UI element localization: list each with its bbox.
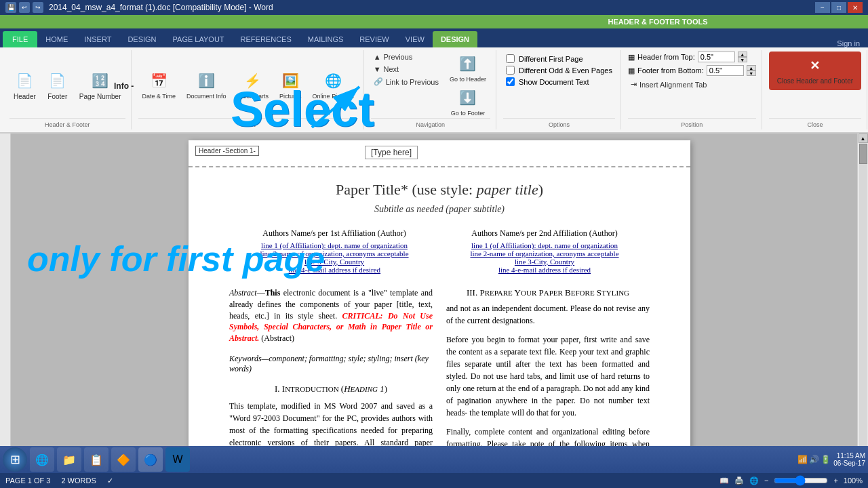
- close-label: Close: [769, 118, 861, 128]
- tab-mailings[interactable]: MAILINGS: [300, 31, 352, 47]
- taskbar: ⊞ 🌐 📁 📋 🔶 🔵 W 📶 🔊 🔋 11:15 AM 06-Sep-17: [0, 446, 868, 473]
- previous-button[interactable]: ▲ Previous: [371, 52, 441, 62]
- pictures-button[interactable]: 🖼️ Pictures: [275, 68, 306, 101]
- date-time-button[interactable]: 📅 Date & Time: [138, 68, 180, 101]
- undo-icon[interactable]: ↩: [19, 2, 30, 13]
- goto-header-button[interactable]: ⬆️ Go to Header: [446, 52, 490, 84]
- header-top-spinner[interactable]: ▲ ▼: [738, 52, 747, 62]
- tab-page-layout[interactable]: PAGE LAYOUT: [165, 31, 233, 47]
- author2-line2: line 2-name of organization, acronyms ac…: [439, 249, 650, 258]
- abstract-section: Abstract—This electronic document is a "…: [229, 287, 433, 344]
- window-title: 2014_04_msw_a4_format (1).doc [Compatibi…: [49, 3, 273, 12]
- doc-page-area: Header -Section 1- [Type here] Paper Tit…: [11, 134, 868, 459]
- scroll-thumb[interactable]: [859, 144, 867, 164]
- zoom-slider[interactable]: [774, 475, 828, 486]
- different-odd-even-option[interactable]: Different Odd & Even Pages: [506, 66, 612, 75]
- taskbar-app2[interactable]: 🔶: [111, 447, 136, 472]
- next-button[interactable]: ▼ Next: [371, 64, 441, 75]
- window-icons: 💾 ↩ ↪: [5, 2, 43, 13]
- link-to-previous-button[interactable]: 🔗 Link to Previous: [371, 76, 441, 87]
- header-footer-buttons: 📄 Header 📄 Footer 🔢 Page Number: [9, 52, 125, 118]
- save-icon[interactable]: 💾: [5, 2, 16, 13]
- position-group: ▦ Header from Top: ▲ ▼ ▦ Footer from Bot…: [623, 50, 762, 129]
- author1-name: Authors Name/s per 1st Affiliation (Auth…: [229, 228, 439, 239]
- footer-bottom-spinner[interactable]: ▲ ▼: [747, 65, 756, 76]
- restore-btn[interactable]: □: [831, 2, 846, 13]
- author1-line1: line 1 (of Affiliation): dept. name of o…: [229, 241, 439, 249]
- quick-parts-button[interactable]: ⚡ Quick Parts: [233, 68, 273, 101]
- options-group: Different First Page Different Odd & Eve…: [498, 50, 621, 129]
- footer-from-bottom-icon: ▦: [628, 66, 635, 75]
- page-info: PAGE 1 OF 3: [5, 476, 50, 485]
- taskbar-ie[interactable]: 🌐: [30, 447, 54, 472]
- pictures-icon: 🖼️: [279, 70, 301, 92]
- redo-icon[interactable]: ↪: [33, 2, 43, 13]
- close-btn[interactable]: ✕: [848, 2, 863, 13]
- view-icon-read[interactable]: 📖: [719, 476, 729, 485]
- tab-view[interactable]: VIEW: [397, 31, 433, 47]
- zoom-out-btn[interactable]: −: [764, 476, 768, 485]
- spin-up[interactable]: ▲: [738, 52, 747, 57]
- insert-group-label: Insert: [138, 118, 358, 128]
- view-icon-print[interactable]: 🖨️: [734, 476, 744, 485]
- scroll-track[interactable]: [859, 144, 867, 449]
- show-document-text-checkbox[interactable]: [506, 77, 515, 86]
- tab-design[interactable]: DESIGN: [119, 31, 164, 47]
- tab-file[interactable]: FILE: [3, 31, 37, 47]
- different-first-option[interactable]: Different First Page: [506, 54, 612, 63]
- footer-button[interactable]: 📄 Footer: [43, 68, 73, 102]
- author-block-2: Authors Name/s per 2nd Affiliation (Auth…: [439, 228, 650, 274]
- prev-icon: ▲: [374, 53, 381, 61]
- spin-up-footer[interactable]: ▲: [747, 65, 756, 70]
- authors-row: Authors Name/s per 1st Affiliation (Auth…: [229, 228, 650, 274]
- hf-tools-label: HEADER & FOOTER TOOLS: [583, 16, 732, 27]
- show-document-text-option[interactable]: Show Document Text: [506, 77, 612, 86]
- vertical-scrollbar[interactable]: ▲ ▼: [857, 134, 868, 459]
- sign-in[interactable]: Sign in: [837, 39, 868, 47]
- proofing-icon: ✓: [107, 476, 113, 485]
- doc-header[interactable]: Header -Section 1- [Type here]: [189, 140, 690, 167]
- taskbar-app1[interactable]: 📋: [84, 447, 108, 472]
- doc-subtitle: Subtitle as needed (paper subtitle): [229, 204, 650, 215]
- tab-review[interactable]: REVIEW: [351, 31, 397, 47]
- online-pictures-button[interactable]: 🌐 Online Pictures: [309, 68, 358, 101]
- footer-from-bottom-input[interactable]: [707, 65, 744, 76]
- close-header-footer-button[interactable]: ✕ Close Header and Footer: [769, 52, 861, 90]
- spin-down-footer[interactable]: ▼: [747, 70, 756, 76]
- different-first-checkbox[interactable]: [506, 54, 515, 63]
- tab-insert[interactable]: INSERT: [76, 31, 119, 47]
- view-icon-web[interactable]: 🌐: [749, 476, 759, 485]
- taskbar-chrome[interactable]: 🔵: [138, 447, 163, 472]
- header-from-top-input[interactable]: [698, 52, 735, 62]
- tab-home[interactable]: HOME: [37, 31, 76, 47]
- goto-header-icon: ⬆️: [457, 53, 479, 75]
- goto-footer-button[interactable]: ⬇️ Go to Footer: [446, 85, 490, 118]
- tab-references[interactable]: REFERENCES: [233, 31, 300, 47]
- scroll-up-btn[interactable]: ▲: [859, 134, 868, 143]
- different-odd-even-checkbox[interactable]: [506, 66, 515, 75]
- insert-group: 📅 Date & Time ℹ️ Document Info ⚡ Quick P…: [133, 50, 364, 129]
- taskbar-word[interactable]: W: [165, 447, 190, 472]
- insert-buttons: 📅 Date & Time ℹ️ Document Info ⚡ Quick P…: [138, 52, 358, 118]
- zoom-in-btn[interactable]: +: [833, 476, 837, 485]
- insert-alignment-tab-button[interactable]: ⇥ Insert Alignment Tab: [628, 79, 756, 90]
- navigation-label: Navigation: [371, 118, 490, 128]
- author2-line3: line 3-City, Country: [439, 258, 650, 266]
- network-icon: 📶: [797, 455, 808, 464]
- goto-footer-icon: ⬇️: [457, 87, 479, 108]
- clock: 11:15 AM 06-Sep-17: [833, 452, 865, 467]
- header-button[interactable]: 📄 Header: [9, 68, 40, 102]
- minimize-btn[interactable]: −: [815, 2, 830, 13]
- start-button[interactable]: ⊞: [3, 447, 27, 472]
- author-block-1: Authors Name/s per 1st Affiliation (Auth…: [229, 228, 439, 274]
- spin-down[interactable]: ▼: [738, 57, 747, 62]
- page-number-button[interactable]: 🔢 Page Number: [75, 68, 125, 102]
- next-icon: ▼: [374, 65, 381, 73]
- alignment-icon: ⇥: [631, 80, 637, 89]
- type-here-placeholder[interactable]: [Type here]: [365, 146, 418, 159]
- tab-design-active[interactable]: DESIGN: [433, 31, 477, 47]
- taskbar-right: 📶 🔊 🔋 11:15 AM 06-Sep-17: [797, 452, 865, 467]
- document-info-button[interactable]: ℹ️ Document Info: [182, 68, 231, 101]
- author2-line1: line 1 (of Affiliation): dept. name of o…: [439, 241, 650, 249]
- taskbar-explorer[interactable]: 📁: [57, 447, 81, 472]
